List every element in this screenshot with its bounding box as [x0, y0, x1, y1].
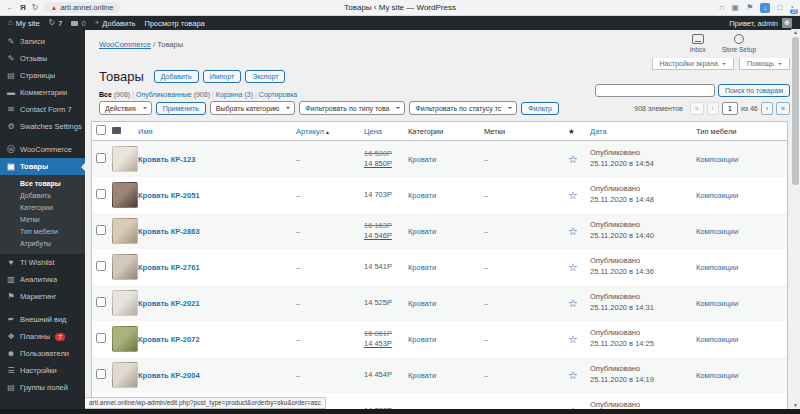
product-thumbnail[interactable] [112, 146, 138, 172]
headset-icon[interactable]: ∩ [719, 3, 725, 12]
category-link[interactable]: Кровати [408, 227, 436, 236]
yandex-browser-icon[interactable]: Я [20, 4, 26, 12]
product-name-link[interactable]: Кровать КР-2021 [138, 299, 200, 308]
featured-star-icon[interactable]: ☆ [568, 297, 578, 309]
submenu-item-product-tags[interactable]: Метки [0, 213, 85, 225]
breadcrumb-woocommerce-link[interactable]: WooCommerce [99, 40, 151, 49]
featured-star-icon[interactable]: ☆ [568, 153, 578, 165]
scroll-up-icon[interactable]: ▲ [793, 29, 798, 36]
scroll-down-icon[interactable]: ▼ [793, 402, 798, 409]
row-checkbox[interactable] [96, 261, 106, 271]
bookmark-icon[interactable]: ⚑ [746, 3, 753, 12]
admin-bar-new[interactable]: + Добавить [95, 19, 136, 28]
import-button[interactable]: Импорт [203, 70, 241, 83]
sidebar-item-field-groups[interactable]: ▤ Группы полей [0, 379, 85, 396]
product-name-link[interactable]: Кровать КР-2863 [138, 227, 200, 236]
furniture-type-link[interactable]: Композиции [696, 299, 738, 308]
furniture-type-link[interactable]: Композиции [696, 335, 738, 344]
product-thumbnail[interactable] [112, 326, 138, 352]
product-name-link[interactable]: Кровать КР-2761 [138, 263, 200, 272]
featured-star-icon[interactable]: ☆ [568, 333, 578, 345]
panel-icon[interactable]: ▣ [732, 3, 740, 12]
submenu-item-categories[interactable]: Категории [0, 201, 85, 213]
category-link[interactable]: Кровати [408, 155, 436, 164]
refresh-icon[interactable]: ↻ [32, 4, 39, 12]
product-thumbnail[interactable] [112, 182, 138, 208]
search-input[interactable] [595, 84, 715, 97]
product-thumbnail[interactable] [112, 218, 138, 244]
row-checkbox[interactable] [96, 369, 106, 379]
sort-by-date[interactable]: Дата [590, 127, 607, 136]
avatar[interactable]: ☻ [782, 18, 792, 28]
sidebar-item-plugins[interactable]: ❖ Плагины 7 [0, 328, 85, 345]
row-checkbox[interactable] [96, 297, 106, 307]
product-thumbnail[interactable] [112, 362, 138, 388]
product-thumbnail[interactable] [112, 290, 138, 316]
product-name-link[interactable]: Кровать КР-2004 [138, 371, 200, 380]
category-select[interactable]: Выбрать категорию [210, 101, 295, 115]
current-page-input[interactable] [722, 102, 738, 115]
view-filter-1[interactable]: Опубликованные [136, 91, 192, 98]
furniture-type-link[interactable]: Композиции [696, 263, 738, 272]
bulk-actions-select[interactable]: Действия [99, 101, 152, 115]
inbox-button[interactable]: Inbox [690, 34, 706, 53]
sidebar-item-woocommerce[interactable]: Ⓦ WooCommerce [0, 141, 85, 158]
downloads-icon[interactable]: ↓ [760, 3, 770, 13]
row-checkbox[interactable] [96, 225, 106, 235]
featured-star-icon[interactable]: ☆ [568, 369, 578, 381]
furniture-type-link[interactable]: Композиции [696, 155, 738, 164]
sidebar-item-marketing[interactable]: ⚑ Маркетинг [0, 288, 85, 305]
search-products-button[interactable]: Поиск по товарам [718, 84, 790, 97]
admin-bar-comments[interactable]: 0 [71, 19, 85, 28]
sidebar-item-swatches-settings[interactable]: ⚙ Swatches Settings [0, 118, 85, 135]
admin-bar-view-product[interactable]: Просмотр товара [144, 19, 204, 28]
help-tab[interactable]: Помощь [739, 58, 790, 70]
screen-options-tab[interactable]: Настройки экрана [652, 58, 734, 70]
export-button[interactable]: Экспорт [245, 70, 285, 83]
featured-star-icon[interactable]: ☆ [568, 225, 578, 237]
category-link[interactable]: Кровати [408, 191, 436, 200]
product-type-select[interactable]: Фильтровать по типу това [299, 101, 405, 115]
sidebar-item-analytics[interactable]: ▥ Аналитика [0, 271, 85, 288]
sidebar-item-users[interactable]: ☻ Пользователи [0, 345, 85, 362]
category-link[interactable]: Кровати [408, 371, 436, 380]
view-filter-3[interactable]: Сортировка [259, 91, 297, 98]
view-filter-2[interactable]: Корзина [216, 91, 243, 98]
sort-by-sku[interactable]: Артикул [296, 127, 324, 136]
admin-bar-site[interactable]: ⌂ My site [8, 19, 40, 28]
view-filter-0[interactable]: Все [99, 91, 112, 98]
chat-extension-icon[interactable]: □ [777, 3, 782, 12]
sidebar-item-settings[interactable]: ☰ Настройки [0, 362, 85, 379]
sidebar-item-posts[interactable]: ✎ Записи [0, 33, 85, 50]
profile-icon[interactable]: ◔ 20 [789, 3, 794, 12]
sidebar-item-contact-form-7[interactable]: ✉ Contact Form 7 [0, 101, 85, 118]
furniture-type-link[interactable]: Композиции [696, 227, 738, 236]
select-all-checkbox[interactable] [96, 125, 106, 135]
product-name-link[interactable]: Кровать КР-123 [138, 155, 195, 164]
greeting-text[interactable]: Привет, admin [729, 19, 778, 28]
category-link[interactable]: Кровати [408, 263, 436, 272]
product-name-link[interactable]: Кровать КР-2072 [138, 335, 200, 344]
sidebar-item-comments[interactable]: ▬ Комментарии [0, 84, 85, 101]
last-page-button[interactable]: » [776, 102, 790, 115]
sort-by-name[interactable]: Имя [138, 127, 153, 136]
apply-button[interactable]: Применить [156, 102, 206, 115]
furniture-type-link[interactable]: Композиции [696, 371, 738, 380]
row-checkbox[interactable] [96, 333, 106, 343]
address-bar[interactable]: ▲ arti.annei.online [44, 2, 121, 13]
submenu-item-all-products[interactable]: Все товары [0, 177, 85, 189]
sidebar-item-appearance[interactable]: ✒ Внешний вид [0, 311, 85, 328]
vertical-scrollbar[interactable]: ▲ ▼ [791, 29, 800, 409]
sidebar-item-products[interactable]: ▣ Товары [0, 158, 85, 175]
category-link[interactable]: Кровати [408, 335, 436, 344]
admin-bar-updates[interactable]: ↻ 7 [49, 19, 63, 28]
featured-star-icon[interactable]: ☆ [568, 189, 578, 201]
store-setup-button[interactable]: Store Setup [722, 34, 756, 53]
furniture-type-link[interactable]: Композиции [696, 191, 738, 200]
product-thumbnail[interactable] [112, 254, 138, 280]
category-link[interactable]: Кровати [408, 299, 436, 308]
row-checkbox[interactable] [96, 153, 106, 163]
filter-button[interactable]: Фильтр [521, 102, 559, 115]
submenu-item-add-product[interactable]: Добавить [0, 189, 85, 201]
sidebar-item-pages[interactable]: ▤ Страницы [0, 67, 85, 84]
